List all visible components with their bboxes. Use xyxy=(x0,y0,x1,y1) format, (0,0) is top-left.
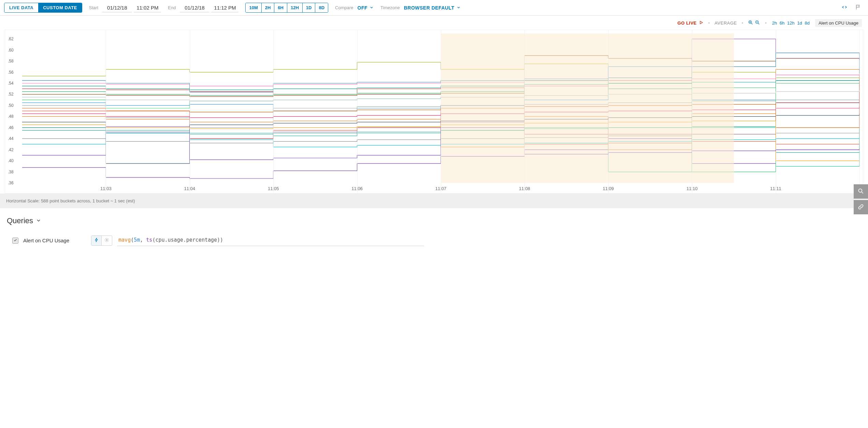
flag-icon xyxy=(855,6,861,11)
play-icon xyxy=(699,20,704,26)
gridline xyxy=(608,30,609,193)
quick-range-8d[interactable]: 8d xyxy=(805,20,809,26)
y-tick-label: .60 xyxy=(8,48,14,53)
zoom-out-button[interactable] xyxy=(755,20,760,26)
mode-toggle: LIVE DATA CUSTOM DATE xyxy=(4,3,82,13)
gridline xyxy=(692,30,692,193)
quick-range-12h[interactable]: 12h xyxy=(787,20,795,26)
y-tick-label: .48 xyxy=(8,114,14,119)
x-tick-label: 11:08 xyxy=(519,186,530,191)
compare-label: Compare xyxy=(335,5,353,10)
x-tick-label: 11:10 xyxy=(686,186,698,191)
zoom-in-button[interactable] xyxy=(748,20,753,26)
query-settings-button[interactable] xyxy=(102,236,112,245)
gridline xyxy=(106,30,106,193)
x-tick-label: 11:11 xyxy=(770,186,781,191)
quick-range-6h[interactable]: 6h xyxy=(780,20,784,26)
embed-code-button[interactable] xyxy=(839,3,850,13)
svg-point-2 xyxy=(106,239,107,241)
start-time-input[interactable] xyxy=(134,3,161,12)
timezone-label: Timezone xyxy=(380,5,400,10)
chevron-down-icon xyxy=(457,5,461,11)
alert-highlight-region xyxy=(441,33,734,183)
gridline xyxy=(190,30,190,193)
check-icon xyxy=(13,238,17,243)
x-tick-label: 11:07 xyxy=(435,186,447,191)
x-tick-label: 11:09 xyxy=(603,186,614,191)
x-tick-label: 11:04 xyxy=(184,186,196,191)
go-live-button[interactable]: GO LIVE xyxy=(678,20,704,26)
end-label: End xyxy=(168,5,176,10)
separator-dot: • xyxy=(742,20,743,26)
query-visibility-checkbox[interactable] xyxy=(12,238,18,244)
top-toolbar: LIVE DATA CUSTOM DATE Start End 10M 2H 6… xyxy=(0,0,868,16)
gridline xyxy=(524,30,525,193)
y-tick-label: .62 xyxy=(8,37,14,41)
compare-dropdown[interactable]: OFF xyxy=(358,5,374,11)
query-mode-buttons xyxy=(91,236,112,246)
query-row: Alert on CPU Usage mavg(5m, ts(cpu.usage… xyxy=(7,235,861,246)
gridline xyxy=(776,30,776,193)
x-tick-label: 11:03 xyxy=(100,186,112,191)
lightning-icon xyxy=(94,238,99,243)
summarization-label: AVERAGE xyxy=(714,20,737,26)
zoom-in-icon xyxy=(748,21,753,26)
y-tick-label: .38 xyxy=(8,170,14,174)
quick-range-2h[interactable]: 2h xyxy=(772,20,777,26)
floating-side-buttons xyxy=(854,184,868,216)
link-icon xyxy=(857,203,864,211)
start-label: Start xyxy=(89,5,98,10)
chevron-down-icon xyxy=(370,5,374,11)
y-tick-label: .58 xyxy=(8,59,14,63)
gridline xyxy=(859,30,860,193)
y-tick-label: .46 xyxy=(8,125,14,130)
chart-title-badge: Alert on CPU Usage xyxy=(815,19,862,27)
query-name: Alert on CPU Usage xyxy=(23,238,69,243)
y-tick-label: .52 xyxy=(8,92,14,97)
range-12h[interactable]: 12H xyxy=(287,3,303,12)
queries-header[interactable]: Queries xyxy=(7,216,861,225)
quick-range-group: 10M 2H 6H 12H 1D 8D xyxy=(245,3,328,13)
gear-icon xyxy=(104,238,109,243)
search-float-button[interactable] xyxy=(854,184,868,199)
gridline xyxy=(273,30,274,193)
y-tick-label: .36 xyxy=(8,181,14,185)
search-icon xyxy=(857,188,864,196)
live-data-toggle[interactable]: LIVE DATA xyxy=(4,3,38,12)
chevron-down-icon xyxy=(36,216,41,225)
quick-range-1d[interactable]: 1d xyxy=(797,20,802,26)
x-tick-label: 11:05 xyxy=(268,186,279,191)
flag-button[interactable] xyxy=(852,3,864,13)
gridline xyxy=(441,30,441,193)
link-float-button[interactable] xyxy=(854,200,868,214)
horizontal-scale-info: Horizontal Scale: 588 point buckets acro… xyxy=(0,194,868,208)
query-expression-input[interactable]: mavg(5m, ts(cpu.usage.percentage)) xyxy=(117,235,424,246)
gridline xyxy=(357,30,358,193)
start-date-input[interactable] xyxy=(102,3,132,12)
range-1d[interactable]: 1D xyxy=(303,3,316,12)
range-8d[interactable]: 8D xyxy=(315,3,328,12)
queries-section: Queries Alert on CPU Usage mavg(5m, ts(c… xyxy=(0,208,868,260)
range-10m[interactable]: 10M xyxy=(246,3,261,12)
chart-header: GO LIVE • AVERAGE • • 2h 6h 12h 1d 8d Al… xyxy=(0,16,868,28)
end-time-input[interactable] xyxy=(211,3,238,12)
x-tick-label: 11:06 xyxy=(351,186,363,191)
range-6h[interactable]: 6H xyxy=(274,3,287,12)
y-tick-label: .44 xyxy=(8,136,14,141)
end-date-input[interactable] xyxy=(180,3,209,12)
y-tick-label: .50 xyxy=(8,103,14,108)
zoom-out-icon xyxy=(755,21,760,26)
timezone-dropdown[interactable]: BROWSER DEFAULT xyxy=(404,5,461,11)
y-tick-label: .56 xyxy=(8,70,14,75)
y-tick-label: .54 xyxy=(8,81,14,86)
range-2h[interactable]: 2H xyxy=(262,3,275,12)
chart-area[interactable]: 11:0311:0411:0511:0611:0711:0811:0911:10… xyxy=(5,30,863,194)
code-icon xyxy=(841,6,848,11)
separator-dot: • xyxy=(708,20,710,26)
custom-date-toggle[interactable]: CUSTOM DATE xyxy=(38,3,82,12)
separator-dot: • xyxy=(765,20,767,26)
y-tick-label: .42 xyxy=(8,147,14,152)
svg-point-3 xyxy=(858,189,862,192)
query-wizard-button[interactable] xyxy=(91,236,102,245)
y-tick-label: .40 xyxy=(8,158,14,163)
